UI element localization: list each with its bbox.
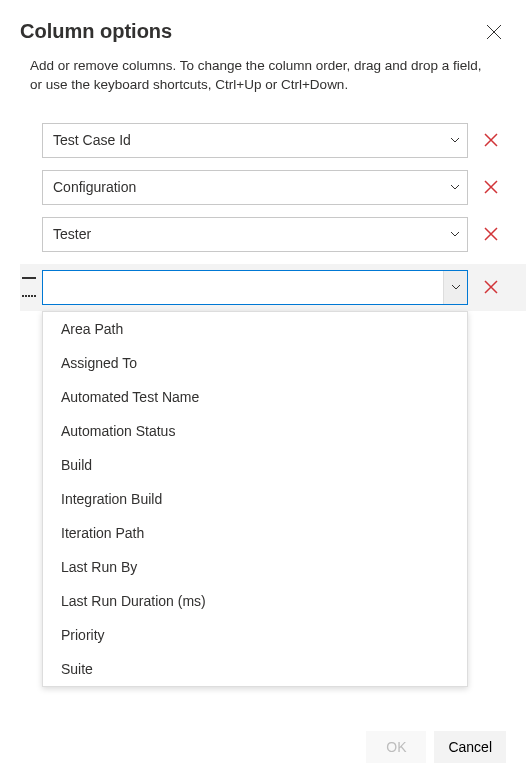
column-row: Configuration [42, 170, 506, 205]
dialog-title: Column options [20, 20, 172, 43]
dialog-header: Column options [20, 20, 506, 47]
dropdown-option[interactable]: Iteration Path [43, 516, 467, 550]
dropdown-option[interactable]: Last Run Duration (ms) [43, 584, 467, 618]
dropdown-option[interactable]: Priority [43, 618, 467, 652]
dropdown-option[interactable]: Automation Status [43, 414, 467, 448]
column-select[interactable]: Test Case Id [42, 123, 468, 158]
x-icon [483, 132, 499, 148]
remove-column-button[interactable] [476, 270, 506, 305]
close-icon [486, 24, 502, 40]
column-row-active: Area Path Assigned To Automated Test Nam… [20, 264, 526, 311]
x-icon [483, 179, 499, 195]
column-select-value: Configuration [53, 179, 136, 195]
ok-button[interactable]: OK [366, 731, 426, 763]
remove-column-button[interactable] [476, 170, 506, 205]
remove-column-button[interactable] [476, 123, 506, 158]
close-button[interactable] [482, 20, 506, 47]
column-row: Tester [42, 217, 506, 252]
dialog-footer: OK Cancel [20, 731, 506, 779]
x-icon [483, 279, 499, 295]
chevron-down-icon [443, 218, 467, 251]
column-options-dialog: Column options Add or remove columns. To… [0, 0, 526, 779]
dialog-description: Add or remove columns. To change the col… [20, 57, 506, 95]
remove-column-button[interactable] [476, 217, 506, 252]
dropdown-option[interactable]: Build [43, 448, 467, 482]
dropdown-option[interactable]: Integration Build [43, 482, 467, 516]
dropdown-option[interactable]: Assigned To [43, 346, 467, 380]
column-input[interactable] [53, 279, 443, 295]
column-dropdown: Area Path Assigned To Automated Test Nam… [42, 311, 468, 687]
column-rows: Test Case Id Configuration Tes [20, 123, 506, 311]
dropdown-option[interactable]: Suite [43, 652, 467, 686]
chevron-down-icon [443, 171, 467, 204]
dropdown-option[interactable]: Last Run By [43, 550, 467, 584]
dropdown-option[interactable]: Automated Test Name [43, 380, 467, 414]
column-row: Test Case Id [42, 123, 506, 158]
cancel-button[interactable]: Cancel [434, 731, 506, 763]
column-select-value: Test Case Id [53, 132, 131, 148]
chevron-down-icon [443, 124, 467, 157]
column-select-input[interactable] [42, 270, 468, 305]
column-select[interactable]: Configuration [42, 170, 468, 205]
dropdown-option[interactable]: Area Path [43, 312, 467, 346]
chevron-down-icon[interactable] [443, 271, 467, 304]
drag-handle-icon[interactable] [22, 277, 36, 297]
x-icon [483, 226, 499, 242]
column-select[interactable]: Tester [42, 217, 468, 252]
column-select-value: Tester [53, 226, 91, 242]
